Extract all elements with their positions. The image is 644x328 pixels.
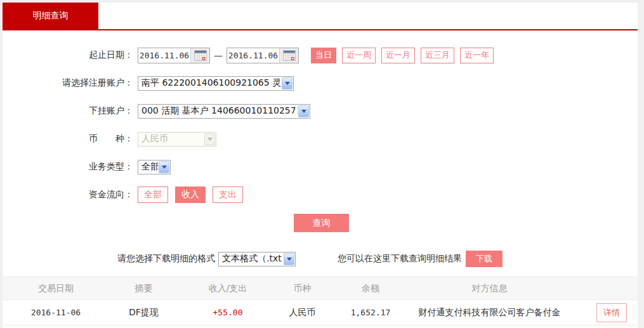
header-trade-date: 交易日期	[20, 283, 91, 294]
currency-label: 币 种：	[3, 133, 133, 145]
register-account-select[interactable]: 南平 6222001406100921065 灵通卡	[138, 76, 294, 91]
table-header-row: 交易日期 摘要 收入/支出 币种 余额 对方信息	[3, 277, 638, 300]
chevron-down-icon	[282, 77, 292, 89]
download-format-value: 文本格式（.txt）	[219, 253, 283, 265]
cell-amount: +55.00	[196, 308, 260, 317]
tab-bar: 明细查询	[3, 3, 638, 29]
table-row: 2016-11-06 DF提现 +55.00 人民币 1,652.17 财付通支…	[3, 300, 638, 325]
quick-quarter-button[interactable]: 近三月	[421, 48, 454, 63]
end-date-field[interactable]	[227, 48, 279, 63]
header-summary: 摘要	[91, 283, 196, 294]
start-date-field[interactable]	[138, 48, 190, 63]
chevron-down-icon	[284, 253, 294, 265]
date-range-label: 起止日期：	[3, 49, 133, 61]
quick-today-button[interactable]: 当日	[311, 48, 336, 63]
download-row: 请您选择下载明细的格式 文本格式（.txt） 您可以在这里下载查询明细结果 下载	[3, 251, 638, 267]
cell-balance: 1,652.17	[345, 308, 396, 317]
start-date-input[interactable]	[138, 48, 210, 63]
sub-account-label: 下挂账户：	[3, 105, 133, 117]
quick-week-button[interactable]: 近一周	[342, 48, 376, 63]
business-type-label: 业务类型：	[3, 161, 133, 173]
sub-account-select[interactable]: 000 活期 基本户 1406600101102571848	[138, 104, 310, 119]
fund-flow-label: 资金流向：	[3, 189, 133, 200]
fund-flow-row: 资金流向： 全部 收入 支出	[3, 181, 638, 209]
download-format-label: 请您选择下载明细的格式	[117, 253, 215, 265]
query-button[interactable]: 查询	[294, 214, 349, 232]
register-account-value: 南平 6222001406100921065 灵通卡	[138, 77, 281, 89]
detail-button[interactable]: 详情	[596, 303, 627, 322]
fund-flow-income-button[interactable]: 收入	[175, 187, 206, 203]
chevron-down-icon	[204, 133, 215, 145]
currency-row: 币 种： 人民币	[3, 125, 638, 153]
quick-year-button[interactable]: 近一年	[460, 48, 494, 63]
date-range-row: 起止日期： —	[3, 41, 638, 69]
header-counterparty: 对方信息	[396, 283, 583, 294]
query-form: 起止日期： —	[3, 30, 638, 209]
end-date-calendar-button[interactable]	[279, 48, 298, 63]
chevron-down-icon	[298, 105, 309, 117]
query-row: 查询	[3, 214, 638, 232]
currency-select: 人民币	[138, 132, 216, 147]
quick-month-button[interactable]: 近一月	[381, 48, 415, 63]
sub-account-value: 000 活期 基本户 1406600101102571848	[138, 105, 298, 117]
calendar-icon	[194, 50, 207, 61]
cell-summary: DF提现	[91, 307, 196, 318]
download-button[interactable]: 下载	[466, 251, 503, 267]
end-date-input[interactable]	[227, 48, 299, 63]
cell-currency: 人民币	[260, 307, 345, 318]
calendar-icon	[283, 50, 296, 61]
currency-value: 人民币	[138, 133, 204, 145]
download-format-select[interactable]: 文本格式（.txt）	[218, 252, 296, 266]
content-panel: 明细查询 起止日期： —	[3, 3, 638, 328]
start-date-calendar-button[interactable]	[190, 48, 209, 63]
cell-trade-date: 2016-11-06	[20, 308, 91, 317]
fund-flow-expense-button[interactable]: 支出	[213, 187, 243, 203]
download-hint: 您可以在这里下载查询明细结果	[338, 253, 462, 265]
header-income-expense: 收入/支出	[196, 283, 260, 294]
business-type-select[interactable]: 全部	[138, 160, 171, 174]
chevron-down-icon	[159, 161, 169, 173]
results-table: 交易日期 摘要 收入/支出 币种 余额 对方信息 2016-11-06 DF提现…	[3, 277, 638, 325]
date-separator: —	[214, 50, 223, 60]
business-type-value: 全部	[138, 161, 158, 173]
header-balance: 余额	[345, 283, 396, 294]
fund-flow-all-button[interactable]: 全部	[138, 187, 168, 203]
register-account-label: 请选择注册账户：	[3, 77, 133, 89]
cell-counterparty: 财付通支付科技有限公司客户备付金	[396, 307, 583, 318]
business-type-row: 业务类型： 全部	[3, 153, 638, 181]
register-account-row: 请选择注册账户： 南平 6222001406100921065 灵通卡	[3, 69, 638, 97]
sub-account-row: 下挂账户： 000 活期 基本户 1406600101102571848	[3, 97, 638, 125]
header-currency: 币种	[260, 283, 345, 294]
tab-detail-query[interactable]: 明细查询	[3, 3, 98, 29]
